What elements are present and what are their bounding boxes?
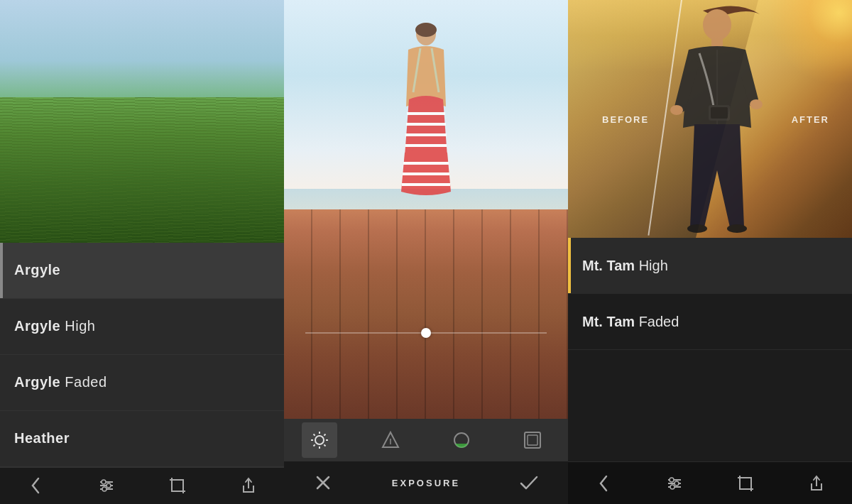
after-label: AFTER (792, 114, 829, 125)
svg-point-5 (102, 487, 106, 491)
svg-point-23 (315, 436, 324, 444)
svg-point-53 (670, 485, 674, 489)
right-toolbar (568, 461, 852, 504)
svg-line-29 (324, 444, 325, 446)
menu-item-label-argyle-faded: Argyle Faded (14, 374, 107, 390)
menu-item-label-argyle-high: Argyle High (14, 318, 95, 334)
right-panel: BEFORE AFTER Mt. Tam High Mt. Tam Faded (568, 0, 852, 504)
svg-rect-54 (740, 478, 751, 489)
back-button[interactable] (26, 476, 45, 495)
right-photo: BEFORE AFTER (568, 0, 852, 238)
menu-item-argyle-faded[interactable]: Argyle Faded (0, 355, 284, 411)
menu-item-label-heather: Heather (14, 430, 70, 447)
right-crop-button[interactable] (736, 473, 755, 493)
menu-item-argyle-high[interactable]: Argyle High (0, 299, 284, 355)
menu-item-mt-tam-faded[interactable]: Mt. Tam Faded (568, 294, 852, 350)
right-menu: Mt. Tam High Mt. Tam Faded (568, 238, 852, 461)
svg-point-13 (415, 23, 437, 37)
grass-blades (0, 97, 284, 243)
svg-point-3 (102, 480, 106, 484)
right-adjust-button[interactable] (665, 473, 684, 493)
person-figure (383, 21, 469, 248)
middle-photo (284, 0, 568, 419)
svg-line-30 (324, 434, 325, 436)
left-toolbar (0, 467, 284, 504)
color-tool[interactable] (444, 422, 479, 458)
left-panel: Argyle Argyle High Argyle Faded Heather (0, 0, 284, 504)
vignette-tool[interactable] (515, 422, 550, 458)
left-menu: Argyle Argyle High Argyle Faded Heather (0, 243, 284, 467)
slider-handle[interactable] (421, 328, 431, 338)
menu-item-argyle[interactable]: Argyle (0, 243, 284, 299)
menu-item-mt-tam-high[interactable]: Mt. Tam High (568, 238, 852, 294)
menu-item-label-mt-tam-high: Mt. Tam High (582, 258, 668, 274)
svg-point-4 (106, 483, 111, 488)
exposure-slider[interactable] (305, 332, 547, 334)
right-back-button[interactable] (594, 473, 613, 493)
svg-point-51 (670, 478, 674, 482)
crop-button[interactable] (168, 476, 187, 495)
adjust-button[interactable] (97, 476, 116, 495)
before-label: BEFORE (602, 114, 649, 125)
svg-rect-36 (528, 435, 537, 445)
svg-rect-43 (711, 107, 728, 119)
svg-point-45 (750, 99, 763, 109)
svg-point-44 (670, 105, 683, 115)
cancel-button[interactable] (313, 473, 333, 493)
left-photo (0, 0, 284, 243)
svg-point-52 (674, 481, 679, 486)
share-button[interactable] (239, 476, 258, 495)
svg-line-31 (314, 444, 315, 446)
menu-item-label-mt-tam-faded: Mt. Tam Faded (582, 314, 679, 330)
svg-point-47 (727, 224, 747, 233)
brightness-tool[interactable] (302, 422, 337, 458)
right-share-button[interactable] (807, 473, 826, 493)
confirm-button[interactable] (519, 473, 539, 493)
middle-icons-bar (284, 419, 568, 461)
svg-point-39 (703, 9, 731, 40)
middle-toolbar: EXPOSURE (284, 461, 568, 504)
svg-rect-6 (172, 480, 183, 491)
menu-item-heather[interactable]: Heather (0, 411, 284, 467)
menu-item-label-argyle: Argyle (14, 262, 60, 278)
contrast-tool[interactable] (373, 422, 408, 458)
svg-line-28 (314, 434, 315, 436)
right-person (646, 0, 788, 238)
tool-label: EXPOSURE (392, 478, 460, 488)
middle-panel: EXPOSURE (284, 0, 568, 504)
svg-point-46 (687, 224, 707, 233)
